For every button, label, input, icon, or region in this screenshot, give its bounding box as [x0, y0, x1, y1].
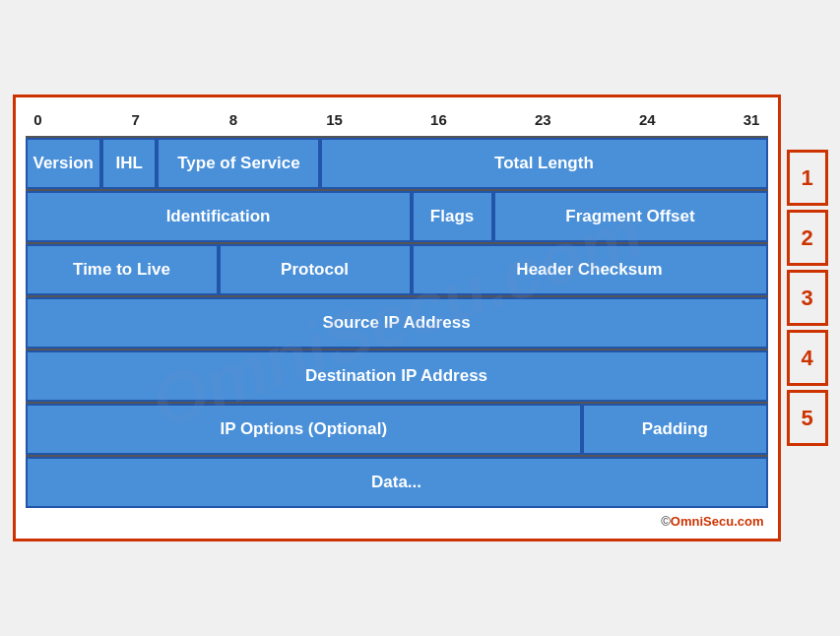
bit-0: 0	[33, 111, 43, 128]
row-3: Time to Live Protocol Header Checksum	[26, 242, 768, 295]
cell-ip-options: IP Options (Optional)	[26, 404, 583, 455]
cell-total-length: Total Length	[320, 138, 767, 189]
cell-type-of-service: Type of Service	[157, 138, 320, 189]
row-5: Destination IP Address	[26, 349, 768, 402]
bit-31: 31	[743, 111, 760, 128]
bit-8: 8	[228, 111, 238, 128]
cell-data: Data...	[26, 457, 768, 508]
row-label-5: 5	[787, 390, 828, 446]
cell-ihl: IHL	[101, 138, 158, 189]
row-label-2: 2	[787, 210, 828, 266]
cell-header-checksum: Header Checksum	[412, 244, 768, 295]
cell-flags: Flags	[412, 191, 493, 242]
row-7: Data...	[26, 455, 768, 508]
bit-16: 16	[430, 111, 447, 128]
copyright: ©OmniSecu.com	[26, 508, 768, 529]
row-label-1: 1	[787, 150, 828, 206]
bit-15: 15	[326, 111, 343, 128]
cell-version: Version	[26, 138, 101, 189]
ip-header-diagram: OmniSecu.com 0 7 8 15 16 23 24 31 Versio…	[13, 95, 781, 541]
bit-7: 7	[131, 111, 141, 128]
cell-padding: Padding	[582, 404, 768, 455]
cell-source-ip: Source IP Address	[26, 297, 768, 349]
cell-identification: Identification	[26, 191, 412, 242]
row-labels: 1 2 3 4 5	[787, 95, 828, 450]
row-2: Identification Flags Fragment Offset	[26, 189, 768, 242]
bit-ruler: 0 7 8 15 16 23 24 31	[26, 107, 768, 136]
brand-name: OmniSecu.com	[671, 514, 764, 529]
row-label-4: 4	[787, 330, 828, 386]
cell-protocol: Protocol	[219, 244, 412, 295]
row-6: IP Options (Optional) Padding	[26, 402, 768, 455]
cell-destination-ip: Destination IP Address	[26, 350, 768, 402]
bit-23: 23	[535, 111, 551, 128]
cell-fragment-offset: Fragment Offset	[493, 191, 768, 242]
row-label-3: 3	[787, 270, 828, 326]
bit-24: 24	[639, 111, 656, 128]
diagram-wrapper: OmniSecu.com 0 7 8 15 16 23 24 31 Versio…	[13, 95, 828, 541]
row-4: Source IP Address	[26, 295, 768, 349]
cell-time-to-live: Time to Live	[26, 244, 219, 295]
row-1: Version IHL Type of Service Total Length	[26, 136, 768, 189]
